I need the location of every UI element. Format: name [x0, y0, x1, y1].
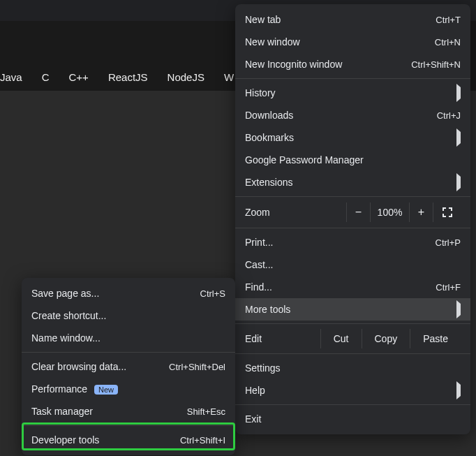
separator — [235, 228, 470, 228]
menu-extensions[interactable]: Extensions — [235, 171, 470, 193]
shortcut: Ctrl+Shift+I — [180, 435, 225, 446]
edit-copy-button[interactable]: Copy — [362, 329, 410, 348]
shortcut: Ctrl+J — [437, 110, 461, 121]
zoom-in-button[interactable]: + — [409, 203, 433, 222]
more-tools-submenu: Save page as... Ctrl+S Create shortcut..… — [22, 278, 235, 455]
menu-edit-row: Edit Cut Copy Paste — [235, 327, 470, 351]
menu-label: Help — [245, 385, 456, 396]
submenu-save-page[interactable]: Save page as... Ctrl+S — [22, 282, 235, 304]
menu-label: Settings — [245, 362, 461, 374]
menu-label: Print... — [245, 237, 436, 248]
menu-bookmarks[interactable]: Bookmarks — [235, 126, 470, 149]
shortcut: Ctrl+S — [200, 288, 225, 299]
menu-history[interactable]: History — [235, 82, 470, 104]
edit-cut-button[interactable]: Cut — [320, 329, 362, 348]
menu-label: Save page as... — [31, 288, 200, 299]
menu-label: Task manager — [31, 406, 187, 417]
chevron-right-icon — [456, 87, 461, 98]
menu-more-tools[interactable]: More tools — [235, 298, 470, 321]
menu-label: Zoom — [245, 207, 346, 218]
menu-google-password-manager[interactable]: Google Password Manager — [235, 149, 470, 171]
menu-new-window[interactable]: New window Ctrl+N — [235, 31, 470, 53]
menu-help[interactable]: Help — [235, 379, 470, 402]
separator — [22, 352, 235, 353]
shortcut: Ctrl+F — [436, 282, 461, 293]
nav-item[interactable]: Java — [0, 71, 22, 83]
separator — [235, 78, 470, 79]
perf-text: Performance — [31, 383, 87, 395]
nav-item[interactable]: W — [224, 71, 234, 83]
submenu-developer-tools[interactable]: Developer tools Ctrl+Shift+I — [22, 429, 235, 451]
menu-label: Edit — [245, 333, 320, 344]
shortcut: Ctrl+T — [436, 15, 461, 25]
menu-settings[interactable]: Settings — [235, 357, 470, 379]
menu-cast[interactable]: Cast... — [235, 253, 470, 276]
new-badge: New — [94, 385, 118, 395]
chevron-right-icon — [456, 177, 461, 188]
menu-new-tab[interactable]: New tab Ctrl+T — [235, 8, 470, 31]
menu-label: Google Password Manager — [245, 154, 461, 166]
edit-paste-button[interactable]: Paste — [410, 329, 461, 348]
menu-incognito[interactable]: New Incognito window Ctrl+Shift+N — [235, 53, 470, 75]
submenu-create-shortcut[interactable]: Create shortcut... — [22, 304, 235, 327]
zoom-out-button[interactable]: − — [346, 203, 370, 222]
menu-label: Bookmarks — [245, 132, 456, 143]
shortcut: Ctrl+P — [436, 237, 461, 248]
menu-label: Downloads — [245, 110, 437, 121]
menu-label: More tools — [245, 304, 456, 315]
fullscreen-icon — [442, 207, 453, 218]
separator — [235, 404, 470, 405]
separator — [22, 425, 235, 426]
separator — [235, 353, 470, 354]
menu-label: Find... — [245, 281, 436, 293]
submenu-clear-browsing-data[interactable]: Clear browsing data... Ctrl+Shift+Del — [22, 355, 235, 378]
menu-zoom-row: Zoom − 100% + — [235, 200, 470, 225]
chevron-right-icon — [456, 132, 461, 143]
menu-label: Performance New — [31, 383, 225, 395]
shortcut: Ctrl+N — [435, 37, 461, 47]
nav-item[interactable]: C — [42, 71, 50, 83]
chevron-right-icon — [456, 385, 461, 396]
zoom-controls: − 100% + — [346, 203, 461, 222]
separator — [235, 196, 470, 197]
menu-label: Cast... — [245, 259, 461, 270]
nav-item[interactable]: C++ — [69, 71, 89, 83]
menu-label: Extensions — [245, 177, 456, 188]
menu-label: Name window... — [31, 332, 225, 344]
chrome-main-menu: New tab Ctrl+T New window Ctrl+N New Inc… — [235, 4, 470, 434]
zoom-percent: 100% — [370, 203, 409, 222]
menu-label: Developer tools — [31, 434, 180, 446]
nav-item[interactable]: ReactJS — [108, 71, 148, 83]
chevron-right-icon — [456, 304, 461, 315]
menu-label: Exit — [245, 413, 461, 425]
shortcut: Shift+Esc — [187, 406, 225, 417]
menu-label: New Incognito window — [245, 59, 411, 70]
nav-item[interactable]: NodeJS — [168, 71, 204, 83]
menu-label: History — [245, 87, 456, 98]
separator — [235, 323, 470, 324]
menu-label: Create shortcut... — [31, 310, 225, 321]
submenu-task-manager[interactable]: Task manager Shift+Esc — [22, 400, 235, 422]
menu-label: Clear browsing data... — [31, 361, 169, 372]
menu-label: New window — [245, 36, 435, 47]
menu-exit[interactable]: Exit — [235, 408, 470, 430]
shortcut: Ctrl+Shift+Del — [169, 362, 225, 372]
menu-print[interactable]: Print... Ctrl+P — [235, 231, 470, 253]
menu-find[interactable]: Find... Ctrl+F — [235, 276, 470, 298]
shortcut: Ctrl+Shift+N — [411, 59, 461, 70]
fullscreen-button[interactable] — [433, 203, 461, 222]
menu-downloads[interactable]: Downloads Ctrl+J — [235, 104, 470, 126]
submenu-name-window[interactable]: Name window... — [22, 327, 235, 349]
submenu-performance[interactable]: Performance New — [22, 378, 235, 400]
menu-label: New tab — [245, 14, 436, 25]
